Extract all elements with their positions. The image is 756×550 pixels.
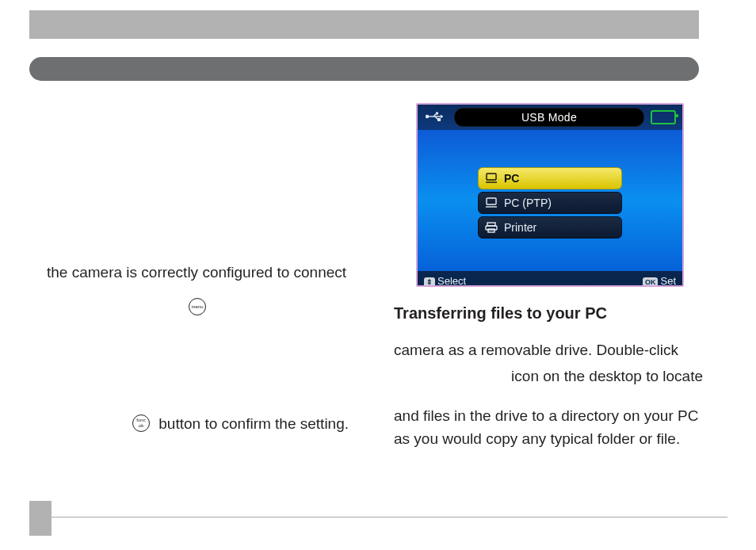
svg-marker-4 — [441, 115, 443, 119]
lcd-footer: ⇕Select OKSet — [418, 271, 682, 287]
lcd-menu-item-label: PC (PTP) — [504, 197, 552, 209]
svg-rect-7 — [487, 198, 496, 204]
lcd-menu-item-printer: Printer — [478, 216, 622, 239]
lcd-title: USB Mode — [454, 108, 644, 127]
body-text: icon on the desktop to locate — [394, 365, 703, 388]
body-text: camera as a removable drive. Double-clic… — [394, 339, 703, 362]
camera-lcd-figure: USB Mode PC PC (PTP) Printer ⇕Select OKS… — [416, 103, 684, 287]
left-column: the camera is correctly conﬁgured to con… — [29, 103, 370, 443]
lcd-menu-item-pc-ptp: PC (PTP) — [478, 192, 622, 214]
lcd-menu-item-label: Printer — [504, 221, 536, 234]
nav-key-icon: ⇕ — [424, 277, 435, 287]
lcd-status-bar: USB Mode — [418, 105, 682, 130]
body-text-menu-line — [29, 296, 370, 319]
lcd-menu-item-label: PC — [504, 172, 519, 185]
lcd-footer-left-label: Select — [437, 275, 466, 287]
body-text-span: button to conﬁrm the setting. — [155, 415, 349, 432]
header-bar — [29, 10, 699, 39]
body-text-confirm: button to conﬁrm the setting. — [29, 413, 370, 435]
subheading: Transferring ﬁles to your PC — [394, 301, 703, 325]
svg-rect-5 — [487, 174, 496, 180]
page-number-tab — [29, 501, 52, 536]
menu-button-icon — [189, 298, 206, 315]
ok-key-icon: OK — [643, 277, 659, 287]
svg-rect-2 — [436, 113, 438, 115]
lcd-footer-left: ⇕Select — [424, 275, 466, 287]
body-text: and ﬁles in the drive to a directory on … — [394, 405, 703, 450]
battery-icon — [651, 110, 676, 124]
lcd-footer-right-label: Set — [660, 275, 676, 287]
lcd-footer-right: OKSet — [643, 275, 676, 287]
lcd-menu-item-pc: PC — [478, 167, 622, 189]
right-column: Transferring ﬁles to your PC camera as a… — [394, 301, 703, 458]
lcd-menu: PC PC (PTP) Printer — [418, 130, 682, 271]
func-ok-button-icon — [132, 414, 150, 432]
footer-rule — [29, 517, 727, 518]
section-title-pill — [29, 57, 699, 81]
svg-rect-11 — [488, 229, 494, 232]
body-text: the camera is correctly conﬁgured to con… — [29, 262, 370, 284]
svg-point-1 — [426, 115, 428, 117]
usb-icon — [418, 111, 454, 124]
svg-point-3 — [437, 118, 440, 120]
